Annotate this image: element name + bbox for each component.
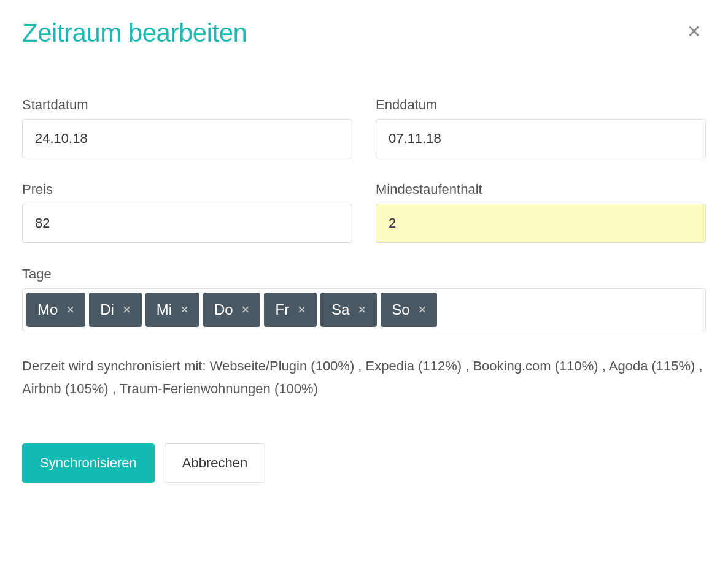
days-row: Tage Mo×Di×Mi×Do×Fr×Sa×So× (22, 266, 706, 331)
day-tag[interactable]: Mo× (26, 293, 85, 327)
remove-day-icon[interactable]: × (242, 303, 250, 317)
min-stay-label: Mindestaufenthalt (376, 182, 706, 198)
min-stay-group: Mindestaufenthalt (376, 182, 706, 243)
days-tags-container[interactable]: Mo×Di×Mi×Do×Fr×Sa×So× (22, 288, 706, 331)
day-tag[interactable]: So× (381, 293, 437, 327)
price-group: Preis (22, 182, 352, 243)
dialog-title: Zeitraum bearbeiten (22, 18, 247, 48)
day-tag-label: So (392, 301, 409, 318)
day-tag-label: Do (214, 301, 233, 318)
start-date-group: Startdatum (22, 97, 352, 158)
price-input[interactable] (22, 204, 352, 243)
date-row: Startdatum Enddatum (22, 97, 706, 158)
remove-day-icon[interactable]: × (358, 303, 366, 317)
days-label: Tage (22, 266, 706, 282)
day-tag-label: Mi (157, 301, 172, 318)
button-row: Synchronisieren Abbrechen (22, 443, 706, 483)
end-date-label: Enddatum (376, 97, 706, 113)
day-tag-label: Sa (331, 301, 349, 318)
start-date-label: Startdatum (22, 97, 352, 113)
edit-period-dialog: Zeitraum bearbeiten ✕ Startdatum Enddatu… (22, 18, 706, 483)
day-tag[interactable]: Di× (89, 293, 142, 327)
day-tag[interactable]: Sa× (320, 293, 377, 327)
day-tag[interactable]: Mi× (145, 293, 199, 327)
remove-day-icon[interactable]: × (180, 303, 188, 317)
price-label: Preis (22, 182, 352, 198)
day-tag-label: Mo (37, 301, 58, 318)
sync-info-text: Derzeit wird synchronisiert mit: Webseit… (22, 355, 706, 401)
remove-day-icon[interactable]: × (66, 303, 74, 317)
min-stay-input[interactable] (376, 204, 706, 243)
close-icon: ✕ (687, 22, 701, 41)
cancel-button[interactable]: Abbrechen (165, 443, 265, 483)
dialog-header: Zeitraum bearbeiten ✕ (22, 18, 706, 48)
close-button[interactable]: ✕ (682, 18, 706, 45)
day-tag-label: Fr (275, 301, 289, 318)
day-tag-label: Di (100, 301, 114, 318)
remove-day-icon[interactable]: × (123, 303, 131, 317)
synchronize-button[interactable]: Synchronisieren (22, 443, 155, 483)
days-group: Tage Mo×Di×Mi×Do×Fr×Sa×So× (22, 266, 706, 331)
start-date-input[interactable] (22, 119, 352, 158)
day-tag[interactable]: Do× (203, 293, 261, 327)
end-date-input[interactable] (376, 119, 706, 158)
price-stay-row: Preis Mindestaufenthalt (22, 182, 706, 243)
remove-day-icon[interactable]: × (419, 303, 427, 317)
remove-day-icon[interactable]: × (298, 303, 306, 317)
end-date-group: Enddatum (376, 97, 706, 158)
day-tag[interactable]: Fr× (264, 293, 317, 327)
